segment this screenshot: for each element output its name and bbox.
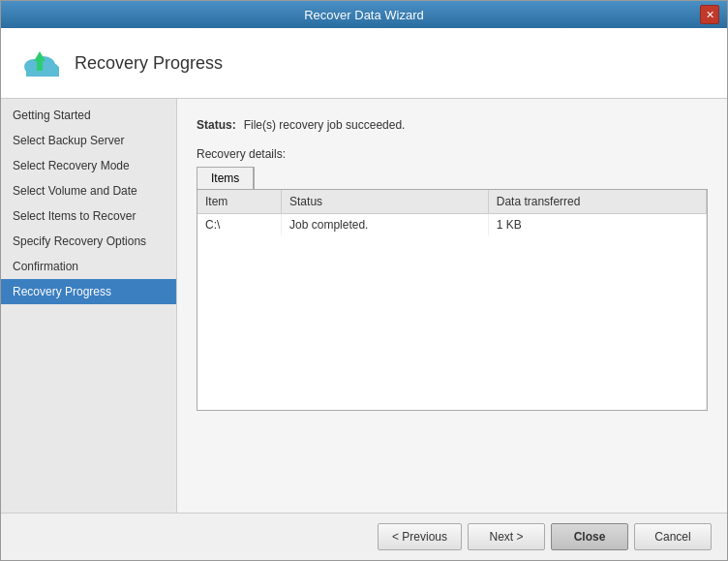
previous-button[interactable]: < Previous	[378, 523, 462, 550]
tab-bar: Items	[197, 167, 255, 189]
table-container: Item Status Data transferred C:\ Job com…	[197, 189, 708, 411]
sidebar-item-recovery-progress[interactable]: Recovery Progress	[1, 279, 176, 304]
status-row: Status: File(s) recovery job succeeded.	[197, 118, 708, 132]
recovery-table: Item Status Data transferred C:\ Job com…	[197, 190, 707, 410]
status-value: File(s) recovery job succeeded.	[244, 118, 406, 132]
tab-items[interactable]: Items	[197, 168, 254, 189]
page-title: Recovery Progress	[75, 53, 223, 74]
col-status: Status	[282, 190, 489, 214]
col-item: Item	[197, 190, 282, 214]
status-label: Status:	[197, 118, 236, 132]
cell-data-transferred: 1 KB	[488, 214, 706, 236]
sidebar-item-confirmation[interactable]: Confirmation	[1, 254, 176, 279]
sidebar-item-getting-started[interactable]: Getting Started	[1, 103, 176, 128]
cancel-button[interactable]: Cancel	[634, 523, 712, 550]
cell-status: Job completed.	[282, 214, 489, 236]
table-row: C:\ Job completed. 1 KB	[197, 214, 707, 236]
wizard-window: Recover Data Wizard ✕ Recovery Progress …	[0, 0, 728, 561]
sidebar: Getting Started Select Backup Server Sel…	[1, 99, 177, 513]
table-empty-area	[197, 235, 707, 410]
sidebar-item-select-recovery-mode[interactable]: Select Recovery Mode	[1, 153, 176, 178]
close-button[interactable]: Close	[551, 523, 628, 550]
next-button[interactable]: Next >	[468, 523, 545, 550]
main-content: Status: File(s) recovery job succeeded. …	[177, 99, 727, 513]
wizard-header: Recovery Progress	[1, 28, 727, 99]
sidebar-item-select-items-recover[interactable]: Select Items to Recover	[1, 203, 176, 229]
content-area: Getting Started Select Backup Server Sel…	[1, 99, 727, 513]
sidebar-item-select-volume-date[interactable]: Select Volume and Date	[1, 178, 176, 203]
sidebar-item-specify-recovery-options[interactable]: Specify Recovery Options	[1, 229, 176, 254]
table-header-row: Item Status Data transferred	[197, 190, 707, 214]
title-bar: Recover Data Wizard ✕	[1, 1, 727, 28]
window-close-button[interactable]: ✕	[700, 5, 719, 24]
wizard-icon	[16, 40, 63, 86]
cell-item: C:\	[197, 214, 282, 236]
recovery-details-label: Recovery details:	[197, 147, 708, 161]
col-data-transferred: Data transferred	[488, 190, 706, 214]
window-title: Recover Data Wizard	[28, 8, 700, 22]
wizard-footer: < Previous Next > Close Cancel	[1, 513, 727, 560]
sidebar-item-select-backup-server[interactable]: Select Backup Server	[1, 128, 176, 153]
